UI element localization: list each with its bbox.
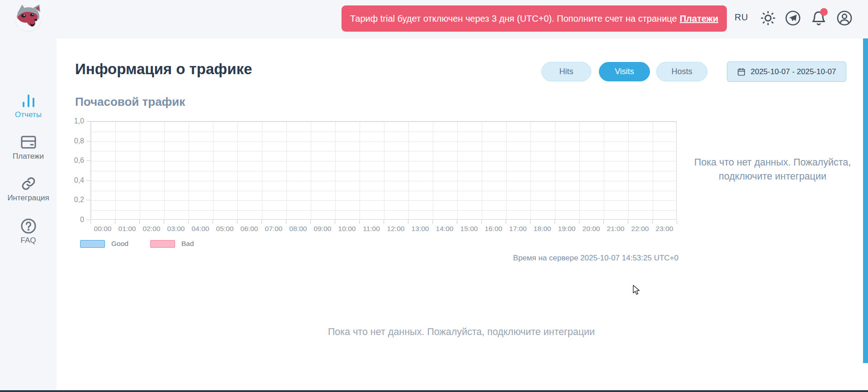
app-window: Тариф trial будет отключен через 3 дня (… (0, 0, 868, 392)
x-tick-label: 17:00 (506, 225, 530, 233)
x-tick-label: 10:00 (335, 225, 359, 233)
x-axis-ticks (90, 220, 677, 224)
x-tick-label: 02:00 (139, 225, 164, 233)
x-tick-label: 22:00 (628, 225, 652, 233)
sidebar-item-label: Отчеты (0, 110, 57, 119)
x-tick-label: 21:00 (603, 225, 628, 233)
legend-swatch-bad (150, 240, 175, 248)
x-tick-label: 07:00 (261, 225, 286, 233)
account-icon[interactable] (836, 10, 853, 26)
chart-legend: GoodBad (80, 240, 209, 248)
x-tick-label: 19:00 (555, 225, 579, 233)
x-tick-label: 18:00 (530, 225, 555, 233)
vertical-scrollbar-thumb[interactable] (863, 38, 868, 363)
x-tick-label: 16:00 (481, 225, 506, 233)
sidebar-item-label: FAQ (0, 236, 57, 245)
y-tick-label: 1,0 (66, 117, 84, 125)
x-axis-labels: 00:0001:0002:0003:0004:0005:0006:0007:00… (90, 225, 677, 233)
hits-button[interactable]: Hits (541, 62, 591, 81)
hosts-button[interactable]: Hosts (656, 62, 707, 81)
sidebar-item-отчеты[interactable]: Отчеты (0, 92, 57, 119)
bottom-edge-bar (0, 390, 868, 392)
notification-badge (820, 8, 828, 16)
visits-button[interactable]: Visits (599, 62, 650, 81)
link-icon (0, 175, 57, 192)
x-tick-label: 05:00 (213, 225, 237, 233)
y-tick-label: 0,8 (66, 137, 84, 145)
chart-section-title: Почасовой трафик (75, 95, 185, 109)
raccoon-logo[interactable] (12, 3, 44, 33)
x-tick-label: 08:00 (286, 225, 310, 233)
top-header: Тариф trial будет отключен через 3 дня (… (0, 0, 868, 38)
banner-text: Тариф trial будет отключен через 3 дня (… (350, 14, 677, 24)
sidebar-item-интеграция[interactable]: Интеграция (0, 175, 57, 203)
y-axis-ticks (86, 121, 90, 220)
language-switcher[interactable]: RU (735, 12, 748, 23)
notifications-bell-icon[interactable] (811, 10, 827, 26)
page-title: Информация о трафике (75, 61, 252, 78)
sidebar-item-label: Платежи (0, 152, 57, 161)
telegram-icon[interactable] (785, 10, 801, 26)
y-tick-label: 0,4 (66, 176, 84, 184)
x-tick-label: 03:00 (164, 225, 188, 233)
y-tick-label: 0 (66, 216, 84, 224)
trial-warning-banner: Тариф trial будет отключен через 3 дня (… (342, 5, 727, 32)
x-tick-label: 00:00 (90, 225, 115, 233)
y-tick-label: 0,6 (66, 156, 84, 165)
banner-payments-link[interactable]: Платежи (680, 14, 718, 24)
mouse-cursor (632, 285, 642, 296)
credit-card-icon (0, 133, 57, 151)
question-icon (0, 217, 57, 235)
sidebar-item-label: Интеграция (0, 194, 57, 203)
x-tick-label: 23:00 (652, 225, 677, 233)
legend-label: Good (111, 240, 128, 248)
x-tick-label: 01:00 (115, 225, 139, 233)
x-tick-label: 09:00 (310, 225, 335, 233)
calendar-icon (737, 67, 746, 76)
legend-swatch-good (80, 240, 105, 248)
server-time-label: Время на сервере 2025-10-07 14:53:25 UTC… (498, 254, 678, 263)
x-tick-label: 13:00 (408, 225, 432, 233)
no-data-message-side: Пока что нет данных. Пожалуйста, подключ… (693, 156, 852, 184)
sidebar-nav: ОтчетыПлатежиИнтеграцияFAQ (0, 38, 57, 390)
sidebar-item-платежи[interactable]: Платежи (0, 133, 57, 161)
legend-label: Bad (181, 240, 194, 248)
bar-chart-icon (0, 92, 57, 109)
theme-sun-icon[interactable] (760, 10, 776, 26)
x-tick-label: 15:00 (457, 225, 481, 233)
hourly-traffic-chart-plot-area (90, 121, 677, 220)
y-tick-label: 0,2 (66, 196, 84, 204)
no-data-message-bottom: Пока что нет данных. Пожалуйста, подключ… (57, 326, 866, 338)
x-tick-label: 12:00 (384, 225, 408, 233)
sidebar-item-faq[interactable]: FAQ (0, 217, 57, 245)
x-tick-label: 04:00 (188, 225, 213, 233)
x-tick-label: 11:00 (359, 225, 384, 233)
date-range-value: 2025-10-07 - 2025-10-07 (750, 67, 836, 76)
x-tick-label: 20:00 (579, 225, 603, 233)
x-tick-label: 06:00 (237, 225, 261, 233)
x-tick-label: 14:00 (432, 225, 457, 233)
date-range-picker[interactable]: 2025-10-07 - 2025-10-07 (727, 61, 846, 82)
